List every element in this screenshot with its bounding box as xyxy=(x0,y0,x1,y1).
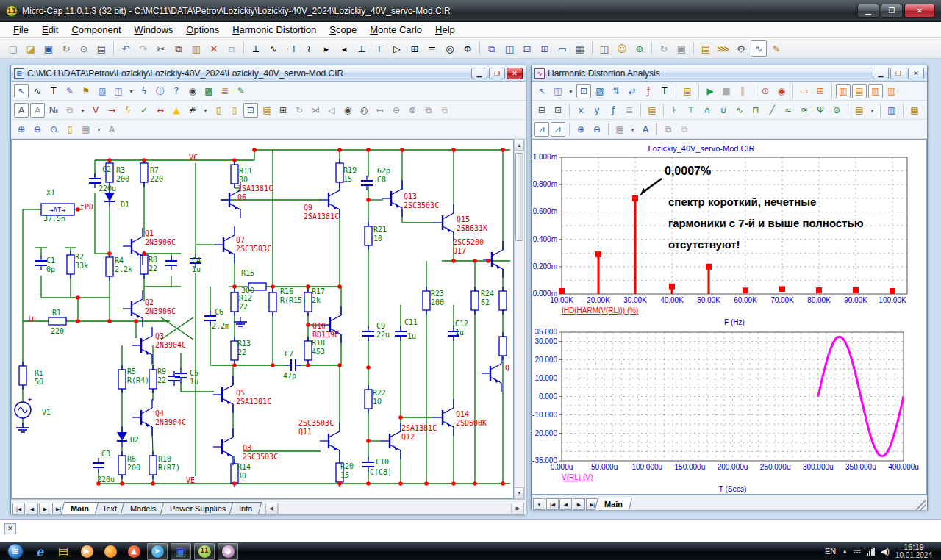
resistor-symbol[interactable] xyxy=(49,317,66,325)
sch-label-R9[interactable]: 22 xyxy=(157,376,166,384)
stripe-toggle-4[interactable]: ▥ xyxy=(884,84,899,98)
grid-dots-dropdown[interactable]: ▾ xyxy=(95,122,103,137)
warning-icon[interactable]: ▲ xyxy=(169,103,184,118)
tile-horizontal-icon[interactable]: ⊟ xyxy=(519,40,535,57)
shape-dropdown[interactable]: ▾ xyxy=(567,84,575,98)
sch-label-C9[interactable]: C9 xyxy=(376,322,385,330)
sch-label-R19[interactable]: R19 xyxy=(343,166,357,174)
resistor-symbol[interactable] xyxy=(269,292,276,312)
sch-label-R11[interactable]: 30 xyxy=(239,176,248,184)
sch-label-R8[interactable]: 22 xyxy=(149,265,157,273)
sch-label-Q1[interactable]: 2N3906C xyxy=(145,238,176,246)
resistor-symbol[interactable] xyxy=(118,456,126,475)
next-page-button[interactable]: ▶ xyxy=(39,503,51,514)
sch-label-C7[interactable]: C7 xyxy=(285,350,293,358)
sch-label-R20[interactable]: 15 xyxy=(340,471,349,479)
zoom-in-icon[interactable]: ⊕ xyxy=(14,122,29,137)
scroll-down-button[interactable]: ▼ xyxy=(515,487,524,498)
sch-label-47p[interactable]: 47p xyxy=(283,372,296,380)
sch-label-C5[interactable]: 1u xyxy=(190,378,198,386)
top-series-label[interactable]: IHD(HARM(V(RL))) (%) xyxy=(562,306,638,315)
data-points-toggle[interactable]: ⊙ xyxy=(758,84,773,98)
sch-label-Q14[interactable]: 2SD600K xyxy=(456,419,487,427)
resistor-symbol[interactable] xyxy=(231,165,238,184)
sch-label-D1[interactable]: D1 xyxy=(121,201,129,209)
cursor-top-icon[interactable]: ⊛ xyxy=(829,103,844,118)
sch-label-Q13[interactable]: Q13 xyxy=(404,193,417,201)
pause-button[interactable]: ‖ xyxy=(735,84,750,98)
check-doc-icon[interactable]: ▩ xyxy=(201,84,216,98)
sch-label-R10[interactable]: R(R7) xyxy=(158,464,180,472)
sch-label-Q9[interactable]: 2SA1381C xyxy=(304,212,339,220)
sch-label-R1[interactable]: R1 xyxy=(52,309,61,317)
mode-dropdown[interactable]: ▾ xyxy=(79,103,87,118)
zoom-select-mode-icon[interactable]: ⊡ xyxy=(576,84,591,98)
resize-grip[interactable] xyxy=(915,500,926,510)
diode-symbol[interactable] xyxy=(117,432,127,441)
resistor-symbol[interactable] xyxy=(118,370,126,389)
point-cursor-icon[interactable]: ⊡ xyxy=(551,103,565,118)
menu-file[interactable]: File xyxy=(7,23,35,37)
power-plug-icon[interactable]: ⎓ xyxy=(854,546,861,556)
rotate-icon[interactable]: ↻ xyxy=(292,103,307,118)
sch-label-Q7[interactable]: Q7 xyxy=(236,236,245,244)
sch-label-VC[interactable]: VC xyxy=(189,154,198,162)
sch-label-R14[interactable]: R14 xyxy=(237,463,251,471)
sch-label-Q15[interactable]: Q15 xyxy=(457,215,470,223)
grid-dropdown[interactable]: ▾ xyxy=(201,103,210,118)
ic-component-icon[interactable]: ⊞ xyxy=(407,40,423,57)
sch-label-R20[interactable]: R20 xyxy=(340,462,354,470)
first-page-button[interactable]: |◀ xyxy=(12,503,25,514)
cursor-mode-a-icon[interactable]: ⊿ xyxy=(534,122,549,137)
image-tool-icon[interactable]: ▧ xyxy=(95,84,110,98)
grid-dots-icon[interactable]: ▦ xyxy=(79,122,93,137)
sch-label-Q8[interactable]: Q8 xyxy=(243,444,251,452)
step-icon[interactable]: ↦ xyxy=(373,103,387,118)
diode-symbol[interactable] xyxy=(104,193,115,201)
sch-label-in[interactable]: in xyxy=(27,315,36,323)
calculator-icon[interactable]: ▦ xyxy=(572,40,588,57)
sch-label-X1[interactable]: X1 xyxy=(46,189,55,197)
help-icon[interactable]: ? xyxy=(169,84,184,98)
save-icon[interactable]: ▣ xyxy=(40,40,57,57)
sch-label-C3[interactable]: C3 xyxy=(101,450,110,458)
menu-component[interactable]: Component xyxy=(65,23,126,37)
search-part-icon[interactable]: ◉ xyxy=(185,84,200,98)
node-voltages-icon[interactable]: V xyxy=(88,103,103,118)
cursor-wave-icon[interactable]: ∿ xyxy=(732,103,747,118)
sine-source-icon[interactable]: ◎ xyxy=(442,40,458,57)
goto-y-icon[interactable]: y xyxy=(590,103,604,118)
close-circle-icon[interactable]: ⊗ xyxy=(405,103,420,118)
firefox-icon[interactable] xyxy=(100,543,121,560)
schematic-maximize-button[interactable]: ❐ xyxy=(489,68,505,79)
goto-icon[interactable]: ⋙ xyxy=(715,40,731,57)
sch-label-tPD[interactable]: tPD xyxy=(80,203,93,211)
flip-x-icon[interactable]: ◁ xyxy=(324,103,339,118)
open-folder-icon[interactable]: ◪ xyxy=(23,40,39,57)
text-page-icon[interactable]: ▥ xyxy=(884,103,899,118)
sch-label-R24[interactable]: R24 xyxy=(481,290,494,298)
stripe-toggle-3[interactable]: ▥ xyxy=(868,84,883,98)
flip-y-icon[interactable]: ⋈ xyxy=(308,103,323,118)
sch-label-C4[interactable]: 1u xyxy=(192,265,201,273)
sch-label-C12[interactable]: C12 xyxy=(455,320,468,328)
floppy-app-icon[interactable]: ▣ xyxy=(171,543,191,560)
goto-x-icon[interactable]: x xyxy=(573,103,588,118)
select-tool-icon[interactable]: ↖ xyxy=(14,84,29,98)
attribute-wire-icon[interactable]: A xyxy=(30,103,45,118)
sch-label-220u[interactable]: 220u xyxy=(97,475,115,484)
clipboard-dropdown[interactable]: ▾ xyxy=(868,103,876,118)
bottom-series-label[interactable]: V(RL) (V) xyxy=(562,473,593,481)
stripe-toggle-1[interactable]: ▥ xyxy=(836,84,851,98)
sch-label-R2[interactable]: 33k xyxy=(75,262,88,270)
sch-label-R13[interactable]: R13 xyxy=(237,340,251,348)
scroll-right-button[interactable]: ▶ xyxy=(512,503,524,514)
sch-label-R3[interactable]: 200 xyxy=(116,175,129,183)
sch-label-R19[interactable]: 15 xyxy=(343,175,352,183)
hscroll-track[interactable] xyxy=(278,503,512,514)
animate-run-icon[interactable]: ↻ xyxy=(656,40,672,57)
menu-scope[interactable]: Scope xyxy=(323,23,362,37)
tab-power-supplies[interactable]: Power Supplies xyxy=(160,502,236,514)
tab-info[interactable]: Info xyxy=(229,502,262,514)
sch-label-Q8[interactable]: 2SC3503C xyxy=(243,453,278,461)
